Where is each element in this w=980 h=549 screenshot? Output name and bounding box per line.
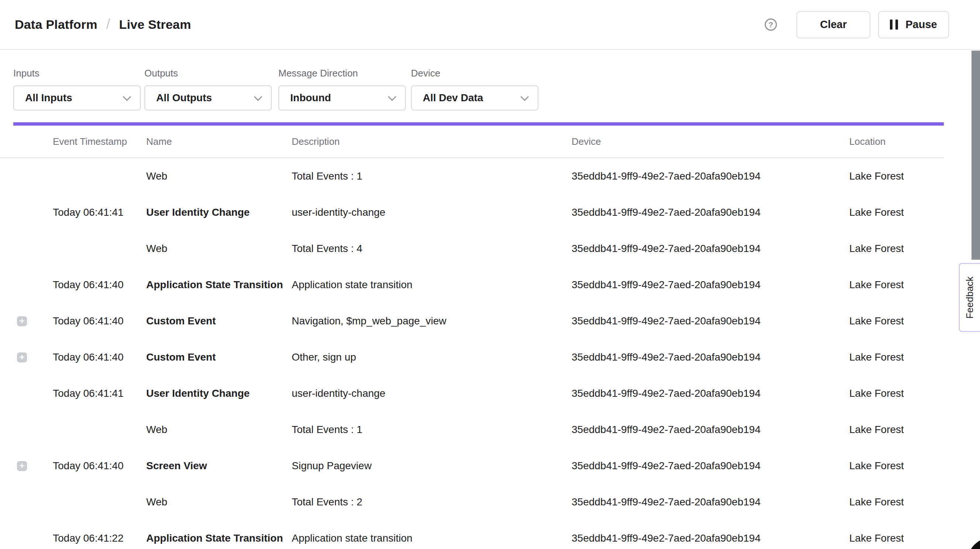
event-name: Web — [146, 424, 292, 436]
feedback-tab[interactable]: Feedback — [959, 263, 980, 332]
chevron-down-icon — [388, 93, 396, 101]
event-location: Lake Forest — [849, 424, 944, 436]
event-device: 35eddb41-9ff9-49e2-7aed-20afa90eb194 — [572, 279, 849, 291]
expand-row-button[interactable]: + — [17, 461, 27, 471]
chevron-down-icon — [521, 93, 529, 101]
event-device: 35eddb41-9ff9-49e2-7aed-20afa90eb194 — [572, 170, 849, 182]
breadcrumb-separator-icon: / — [107, 16, 110, 32]
filter-device-label: Device — [411, 68, 538, 79]
filter-message-direction-label: Message Direction — [278, 68, 406, 79]
event-name: User Identity Change — [146, 388, 292, 399]
table-row: +Today 06:41:40Custom EventNavigation, $… — [0, 303, 944, 339]
event-name: Application State Transition — [146, 279, 292, 291]
table-row: WebTotal Events : 235eddb41-9ff9-49e2-7a… — [0, 484, 944, 520]
clear-button[interactable]: Clear — [797, 11, 870, 38]
table-row: Today 06:41:40Application State Transiti… — [0, 267, 944, 303]
event-name: User Identity Change — [146, 206, 292, 219]
event-description: Signup Pageview — [292, 460, 572, 472]
event-location: Lake Forest — [849, 206, 944, 219]
table-row: Today 06:41:22Application State Transiti… — [0, 520, 944, 549]
event-location: Lake Forest — [849, 243, 944, 255]
event-location: Lake Forest — [849, 388, 944, 399]
event-device: 35eddb41-9ff9-49e2-7aed-20afa90eb194 — [572, 496, 849, 508]
filter-outputs-label: Outputs — [145, 68, 272, 79]
event-device: 35eddb41-9ff9-49e2-7aed-20afa90eb194 — [572, 424, 849, 436]
event-timestamp: Today 06:41:40 — [53, 460, 146, 472]
message-direction-dropdown[interactable]: Inbound — [278, 85, 406, 110]
event-description: Total Events : 2 — [292, 496, 572, 508]
event-description: Application state transition — [292, 279, 572, 291]
event-description: Navigation, $mp_web_page_view — [292, 315, 572, 327]
table-row: +Today 06:41:40Screen ViewSignup Pagevie… — [0, 448, 944, 484]
pause-button-label: Pause — [905, 19, 937, 31]
event-description: Application state transition — [292, 532, 572, 544]
event-name: Application State Transition — [146, 532, 292, 544]
event-description: Total Events : 1 — [292, 170, 572, 182]
event-description: Other, sign up — [292, 351, 572, 363]
event-timestamp: Today 06:41:40 — [53, 315, 146, 327]
filter-inputs: Inputs All Inputs — [13, 68, 141, 110]
chat-bubble-icon[interactable] — [967, 537, 980, 549]
event-name: Custom Event — [146, 315, 292, 327]
event-device: 35eddb41-9ff9-49e2-7aed-20afa90eb194 — [572, 243, 849, 255]
topbar: Data Platform / Live Stream ? Clear Paus… — [0, 0, 980, 50]
event-description: user-identity-change — [292, 388, 572, 399]
inputs-dropdown-value: All Inputs — [25, 92, 72, 104]
event-timestamp: Today 06:41:22 — [53, 532, 146, 544]
pause-button[interactable]: Pause — [878, 11, 949, 38]
event-device: 35eddb41-9ff9-49e2-7aed-20afa90eb194 — [572, 315, 849, 327]
event-timestamp: Today 06:41:40 — [53, 279, 146, 291]
column-header-event-timestamp: Event Timestamp — [53, 136, 146, 147]
event-location: Lake Forest — [849, 315, 944, 327]
event-name: Web — [146, 243, 292, 255]
table-row: WebTotal Events : 435eddb41-9ff9-49e2-7a… — [0, 231, 944, 267]
column-header-location: Location — [849, 136, 944, 147]
device-dropdown-value: All Dev Data — [423, 92, 483, 104]
table-row: WebTotal Events : 135eddb41-9ff9-49e2-7a… — [0, 158, 944, 194]
event-location: Lake Forest — [849, 496, 944, 508]
breadcrumb-section[interactable]: Data Platform — [15, 18, 97, 32]
feedback-tab-label: Feedback — [964, 276, 975, 318]
live-stream-table: Event Timestamp Name Description Device … — [0, 126, 944, 549]
vertical-scrollbar-thumb[interactable] — [972, 51, 980, 260]
expand-row-button[interactable]: + — [17, 316, 27, 326]
chevron-down-icon — [123, 93, 132, 101]
event-device: 35eddb41-9ff9-49e2-7aed-20afa90eb194 — [572, 460, 849, 472]
event-description: user-identity-change — [292, 206, 572, 219]
event-location: Lake Forest — [849, 532, 944, 544]
outputs-dropdown-value: All Outputs — [156, 92, 212, 104]
event-device: 35eddb41-9ff9-49e2-7aed-20afa90eb194 — [572, 532, 849, 544]
expand-row-button[interactable]: + — [17, 353, 27, 362]
inputs-dropdown[interactable]: All Inputs — [13, 85, 141, 110]
filter-outputs: Outputs All Outputs — [145, 68, 272, 110]
event-location: Lake Forest — [849, 460, 944, 472]
filter-device: Device All Dev Data — [411, 68, 538, 110]
column-header-device: Device — [572, 136, 849, 147]
table-row: WebTotal Events : 135eddb41-9ff9-49e2-7a… — [0, 412, 944, 448]
event-location: Lake Forest — [849, 351, 944, 363]
topbar-actions: ? Clear Pause — [765, 11, 949, 38]
event-name: Web — [146, 170, 292, 182]
accent-divider — [13, 122, 944, 126]
outputs-dropdown[interactable]: All Outputs — [145, 85, 272, 110]
column-header-description: Description — [292, 136, 572, 147]
table-row: Today 06:41:41User Identity Changeuser-i… — [0, 375, 944, 412]
event-timestamp: Today 06:41:41 — [53, 388, 146, 399]
breadcrumb: Data Platform / Live Stream — [15, 17, 191, 32]
event-name: Custom Event — [146, 351, 292, 363]
event-device: 35eddb41-9ff9-49e2-7aed-20afa90eb194 — [572, 388, 849, 399]
message-direction-dropdown-value: Inbound — [290, 92, 331, 104]
table-row: Today 06:41:41User Identity Changeuser-i… — [0, 194, 944, 231]
event-timestamp: Today 06:41:41 — [53, 206, 146, 219]
event-description: Total Events : 1 — [292, 424, 572, 436]
chevron-down-icon — [254, 93, 262, 101]
help-icon[interactable]: ? — [765, 19, 777, 31]
pause-icon — [890, 19, 898, 30]
event-location: Lake Forest — [849, 279, 944, 291]
event-name: Web — [146, 496, 292, 508]
device-dropdown[interactable]: All Dev Data — [411, 85, 538, 110]
event-device: 35eddb41-9ff9-49e2-7aed-20afa90eb194 — [572, 351, 849, 363]
filter-message-direction: Message Direction Inbound — [278, 68, 406, 110]
column-header-name: Name — [146, 136, 292, 147]
filter-inputs-label: Inputs — [13, 68, 141, 79]
